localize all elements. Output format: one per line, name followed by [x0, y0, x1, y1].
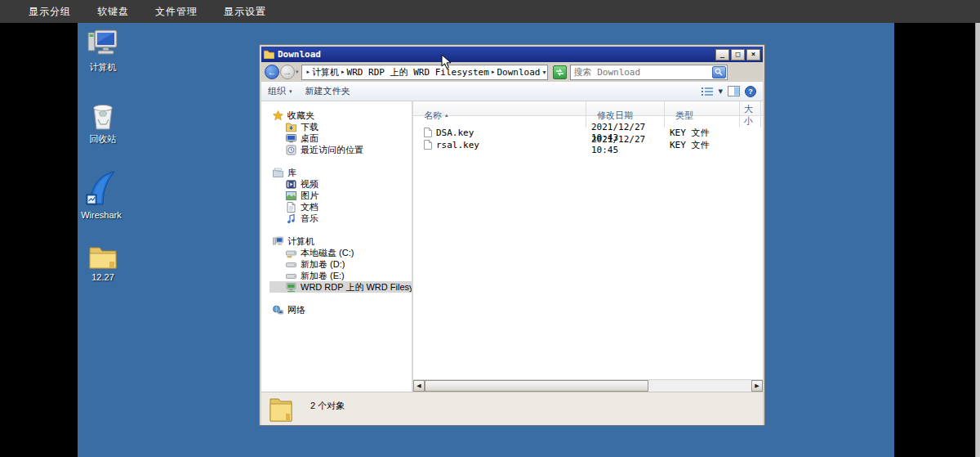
mouse-cursor [441, 54, 452, 70]
sidebar-item-desktop[interactable]: 桌面 [270, 132, 412, 144]
address-dropdown-icon[interactable]: ▾ [542, 69, 546, 76]
organize-button[interactable]: 组织 ▾ [268, 85, 292, 97]
sidebar-section-network[interactable]: 网络 [270, 304, 412, 316]
menu-item-show-groups[interactable]: 显示分组 [29, 5, 71, 19]
magnifier-icon [715, 68, 723, 76]
window-titlebar[interactable]: Download _ □ × [261, 47, 763, 62]
window-title: Download [278, 49, 714, 60]
navigation-pane: 收藏夹 下载 [261, 101, 413, 392]
music-icon [286, 213, 296, 224]
item-label: 视频 [301, 178, 318, 190]
preview-pane-icon[interactable] [728, 86, 740, 96]
organize-caret-icon: ▾ [289, 88, 292, 95]
close-button[interactable]: × [746, 49, 760, 60]
item-label: 图片 [301, 190, 318, 202]
local-disk-icon [286, 248, 296, 258]
help-icon[interactable]: ? [745, 86, 756, 97]
item-label: 新加卷 (D:) [301, 258, 345, 271]
desktop-icon-wireshark[interactable]: Wireshark [78, 170, 124, 220]
change-view-icon[interactable] [702, 87, 713, 96]
recycle-bin-icon [89, 101, 117, 131]
search-input[interactable] [571, 67, 712, 78]
menu-item-soft-keyboard[interactable]: 软键盘 [97, 5, 129, 19]
refresh-button[interactable] [553, 65, 567, 79]
file-name: DSA.key [436, 128, 474, 138]
nav-history-caret-icon[interactable]: ▾ [296, 69, 299, 75]
sidebar-item-local-disk-c[interactable]: 本地磁盘 (C:) [270, 247, 412, 258]
sidebar-item-volume-d[interactable]: 新加卷 (D:) [270, 258, 412, 270]
item-label: 下载 [301, 121, 318, 133]
desktop-icon-folder-1227[interactable]: 12.27 [80, 244, 126, 282]
sidebar-item-volume-e[interactable]: 新加卷 (E:) [270, 270, 412, 281]
desktop-icon-computer[interactable]: 计算机 [80, 29, 126, 74]
tree-section-computer: 计算机 本地磁盘 (C:) [270, 235, 412, 293]
forward-button[interactable]: → [280, 65, 295, 79]
breadcrumb-separator-icon: ▸ [341, 69, 345, 75]
sidebar-item-pictures[interactable]: 图片 [270, 190, 412, 201]
breadcrumb-separator-icon: ▸ [492, 69, 495, 75]
recent-places-icon [286, 145, 296, 155]
breadcrumb-download[interactable]: Download [497, 67, 540, 78]
tree-section-favorites: 收藏夹 下载 [270, 110, 412, 155]
file-name: rsal.key [436, 140, 479, 150]
command-toolbar: 组织 ▾ 新建文件夹 ▾ ? [261, 82, 763, 101]
remote-view-scrollbar[interactable] [975, 23, 980, 457]
window-folder-icon [264, 50, 274, 59]
scroll-right-arrow[interactable]: ▶ [751, 380, 763, 392]
new-folder-button[interactable]: 新建文件夹 [305, 85, 350, 97]
minimize-button[interactable]: _ [715, 49, 729, 60]
breadcrumb-computer[interactable]: 计算机 [312, 66, 339, 78]
documents-icon [286, 202, 296, 213]
computer-icon [87, 29, 118, 59]
sidebar-item-recent-places[interactable]: 最近访问的位置 [270, 144, 412, 155]
item-count-text: 2 个对象 [310, 400, 345, 412]
address-breadcrumb[interactable]: ▸ 计算机 ▸ WRD RDP 上的 WRD Filesystem ▸ Down… [301, 65, 548, 80]
address-bar-row: ← → ▾ ▸ 计算机 ▸ WRD RDP 上的 WRD Filesystem … [261, 62, 763, 82]
sidebar-item-documents[interactable]: 文档 [270, 201, 412, 213]
back-button[interactable]: ← [265, 65, 279, 79]
search-box[interactable] [570, 65, 728, 80]
libraries-icon [273, 168, 283, 178]
sidebar-item-wrd-filesystem[interactable]: WRD RDP 上的 WRD Filesystem [270, 281, 412, 293]
new-folder-label: 新建文件夹 [305, 85, 350, 97]
file-row-dsa-key[interactable]: DSA.key 2021/12/27 10:43 KEY 文件 [413, 122, 763, 134]
desktop-icon-recycle-bin[interactable]: 回收站 [80, 101, 126, 146]
desktop-icon-label: 计算机 [80, 61, 126, 74]
organize-label: 组织 [268, 85, 286, 97]
scrollbar-track[interactable] [648, 380, 751, 392]
item-label: 音乐 [301, 213, 318, 225]
file-list-header: 名称 ▴ 修改日期 类型 大小 [413, 101, 763, 116]
videos-icon [286, 179, 296, 190]
horizontal-scrollbar[interactable]: ◀ ▶ [413, 379, 763, 392]
scroll-left-arrow[interactable]: ◀ [413, 380, 425, 392]
top-menubar: 显示分组 软键盘 文件管理 显示设置 [0, 0, 980, 23]
wireshark-icon [85, 170, 118, 208]
scrollbar-thumb[interactable] [425, 380, 648, 392]
tree-section-network: 网络 [270, 304, 412, 316]
status-bar: 2 个对象 [261, 392, 763, 425]
sidebar-item-downloads[interactable]: 下载 [270, 121, 412, 132]
sidebar-section-favorites[interactable]: 收藏夹 [270, 110, 412, 121]
file-type: KEY 文件 [665, 127, 740, 139]
item-label: 最近访问的位置 [301, 144, 363, 156]
menu-item-file-manager[interactable]: 文件管理 [155, 5, 198, 19]
desktop-icon-label: Wireshark [78, 210, 124, 220]
sidebar-section-computer[interactable]: 计算机 [270, 235, 412, 247]
screen: 显示分组 软键盘 文件管理 显示设置 计算机 回收站 [0, 0, 980, 457]
sidebar-section-libraries[interactable]: 库 [270, 167, 412, 178]
breadcrumb-wrd-filesystem[interactable]: WRD RDP 上的 WRD Filesystem [347, 66, 489, 78]
file-rows: DSA.key 2021/12/27 10:43 KEY 文件 rsal. [413, 116, 763, 146]
change-view-caret-icon[interactable]: ▾ [718, 86, 723, 96]
maximize-button[interactable]: □ [731, 49, 745, 60]
sidebar-item-music[interactable]: 音乐 [270, 213, 412, 224]
file-list-pane: 名称 ▴ 修改日期 类型 大小 [413, 101, 763, 392]
star-icon [273, 110, 283, 121]
network-drive-icon [286, 282, 296, 293]
breadcrumb-separator-icon: ▸ [307, 69, 310, 75]
status-folder-icon [270, 396, 292, 422]
disk-icon [286, 271, 296, 281]
sidebar-item-videos[interactable]: 视频 [270, 178, 412, 190]
menu-item-display-settings[interactable]: 显示设置 [224, 5, 266, 19]
search-submit-button[interactable] [712, 66, 726, 78]
file-type: KEY 文件 [665, 139, 740, 151]
